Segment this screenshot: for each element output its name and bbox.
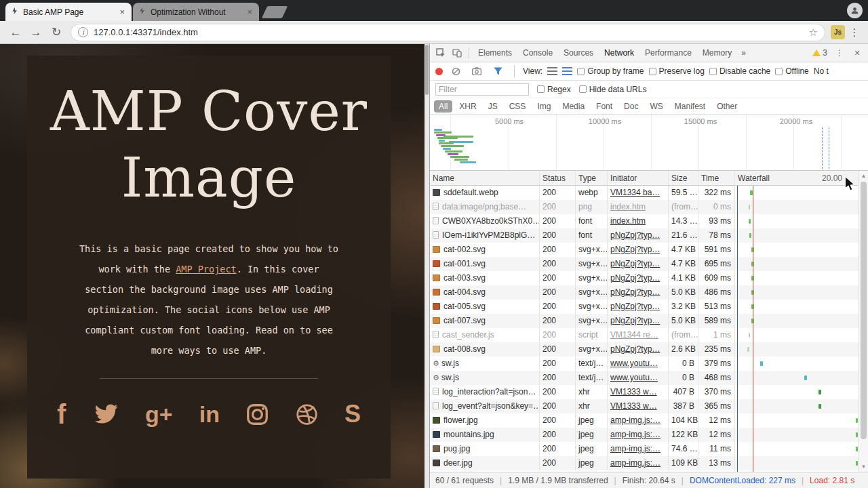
waterfall-view-icon[interactable]: [562, 67, 572, 75]
devtools-tab-elements[interactable]: Elements: [473, 44, 517, 62]
twitter-icon[interactable]: [93, 404, 119, 425]
initiator-link[interactable]: amp-img.js:…: [610, 458, 660, 468]
profile-avatar-button[interactable]: [847, 3, 863, 18]
browser-tab[interactable]: Basic AMP Page×: [5, 3, 132, 21]
group-by-frame-checkbox[interactable]: Group by frame: [577, 66, 644, 76]
device-toolbar-icon[interactable]: [449, 48, 465, 58]
devtools-tab-memory[interactable]: Memory: [697, 44, 737, 62]
devtools-tab-performance[interactable]: Performance: [639, 44, 697, 62]
type-filter-font[interactable]: Font: [591, 100, 617, 113]
initiator-link[interactable]: pNgZpj?typ…: [610, 245, 660, 254]
console-warning-badge[interactable]: 3: [810, 48, 830, 58]
initiator-link[interactable]: VM1334 ba…: [610, 188, 660, 197]
initiator-link[interactable]: index.htm: [610, 202, 646, 211]
initiator-link[interactable]: index.htm: [610, 216, 646, 226]
table-row[interactable]: data:image/png;base…200pngindex.htm(from…: [430, 200, 868, 214]
initiator-link[interactable]: amp-img.js:…: [610, 415, 660, 425]
type-filter-all[interactable]: All: [434, 100, 452, 113]
devtools-close-icon[interactable]: ×: [849, 47, 865, 58]
google-plus-icon[interactable]: g+: [145, 401, 173, 428]
initiator-link[interactable]: www.youtu…: [610, 359, 658, 368]
type-filter-xhr[interactable]: XHR: [454, 100, 481, 113]
table-row[interactable]: cat-001.svg200svg+x…pNgZpj?typ…4.7 KB695…: [430, 257, 868, 271]
type-filter-doc[interactable]: Doc: [619, 100, 643, 113]
devtools-tab-console[interactable]: Console: [517, 44, 558, 62]
page-scrollbar[interactable]: [425, 44, 429, 488]
inspect-element-icon[interactable]: [433, 48, 449, 58]
scroll-down-arrow[interactable]: ▼: [859, 464, 868, 470]
preserve-log-checkbox[interactable]: Preserve log: [649, 66, 705, 76]
tab-close-icon[interactable]: ×: [245, 7, 254, 17]
scrollbar-thumb[interactable]: [861, 182, 867, 439]
browser-tab[interactable]: Optimization Without×: [133, 3, 259, 21]
initiator-link[interactable]: www.youtu…: [610, 373, 658, 382]
table-row[interactable]: CWB0XYA8bzo0kSThX0…200fontindex.htm14.3 …: [430, 214, 868, 228]
table-row[interactable]: cat-002.svg200svg+x…pNgZpj?typ…4.7 KB591…: [430, 243, 868, 257]
column-header-time[interactable]: Time: [698, 171, 735, 185]
type-filter-js[interactable]: JS: [484, 100, 502, 113]
tab-close-icon[interactable]: ×: [118, 7, 126, 17]
initiator-link[interactable]: pNgZpj?typ…: [610, 273, 660, 283]
type-filter-css[interactable]: CSS: [505, 100, 531, 113]
table-row[interactable]: flower.jpg200jpegamp-img.js:…104 KB12 ms: [430, 413, 868, 428]
initiator-link[interactable]: VM1333 w…: [610, 387, 657, 396]
facebook-icon[interactable]: f: [57, 399, 66, 430]
hide-data-urls-checkbox[interactable]: Hide data URLs: [579, 85, 647, 94]
table-row[interactable]: cat-008.svg200svg+x…pNgZpj?typ…2.6 KB235…: [430, 342, 868, 357]
offline-checkbox[interactable]: Offline: [775, 66, 808, 76]
throttling-select[interactable]: No t: [814, 66, 829, 76]
column-header-name[interactable]: Name: [430, 171, 540, 185]
table-row[interactable]: sddefault.webp200webpVM1334 ba…59.5 …322…: [430, 186, 868, 200]
table-row[interactable]: cat-005.svg200svg+x…pNgZpj?typ…3.2 KB513…: [430, 300, 868, 314]
type-filter-ws[interactable]: WS: [645, 100, 667, 113]
dribbble-icon[interactable]: [296, 403, 318, 426]
table-row[interactable]: deer.jpg200jpegamp-img.js:…109 KB13 ms: [430, 456, 868, 470]
filter-icon[interactable]: [490, 67, 506, 75]
table-row[interactable]: cat-003.svg200svg+x…pNgZpj?typ…4.1 KB609…: [430, 271, 868, 285]
record-button[interactable]: [435, 68, 443, 75]
initiator-link[interactable]: pNgZpj?typ…: [610, 259, 660, 268]
disable-cache-checkbox[interactable]: Disable cache: [709, 66, 770, 76]
devtools-tab-sources[interactable]: Sources: [558, 44, 599, 62]
devtools-menu-icon[interactable]: ⋮: [831, 48, 848, 58]
table-row[interactable]: ⚙sw.js200text/j…www.youtu…0 B379 ms: [430, 357, 868, 371]
column-header-type[interactable]: Type: [576, 171, 608, 185]
initiator-link[interactable]: pNgZpj?typ…: [610, 316, 660, 325]
page-scrollbar-thumb[interactable]: [425, 45, 429, 95]
initiator-link[interactable]: amp-img.js:…: [610, 444, 660, 453]
type-filter-media[interactable]: Media: [557, 100, 589, 113]
table-row[interactable]: log_interaction?alt=json…200xhrVM1333 w……: [430, 385, 868, 399]
table-row[interactable]: ⚙sw.js200text/j…www.youtu…0 B468 ms: [430, 371, 868, 385]
list-view-icon[interactable]: [547, 67, 557, 75]
initiator-link[interactable]: pNgZpj?typ…: [610, 344, 660, 354]
skype-icon[interactable]: S: [344, 400, 361, 428]
table-row[interactable]: log_event?alt=json&key=…200xhrVM1333 w…3…: [430, 399, 868, 413]
instagram-icon[interactable]: [246, 403, 269, 426]
column-header-waterfall[interactable]: Waterfall20.00: [735, 171, 868, 185]
amp-project-link[interactable]: AMP Project: [176, 264, 236, 274]
table-row[interactable]: pug.jpg200jpegamp-img.js:…74.6 …11 ms: [430, 442, 868, 456]
initiator-link[interactable]: VM1344 re…: [610, 330, 658, 340]
clear-icon[interactable]: [448, 67, 464, 76]
new-tab-button[interactable]: [262, 6, 288, 18]
bookmark-star-icon[interactable]: ☆: [809, 26, 818, 39]
column-header-initiator[interactable]: Initiator: [608, 171, 669, 185]
table-row[interactable]: cat-007.svg200svg+x…pNgZpj?typ…5.0 KB589…: [430, 314, 868, 328]
back-button[interactable]: ←: [7, 26, 24, 39]
network-overview[interactable]: 5000 ms10000 ms15000 ms20000 ms: [430, 115, 868, 171]
devtools-scrollbar[interactable]: ▲ ▼: [859, 171, 868, 472]
network-filter-input[interactable]: [435, 83, 529, 96]
table-row[interactable]: cat-004.svg200svg+x…pNgZpj?typ…5.0 KB486…: [430, 285, 868, 300]
type-filter-img[interactable]: Img: [532, 100, 555, 113]
reload-button[interactable]: ↻: [47, 25, 65, 39]
type-filter-other[interactable]: Other: [712, 100, 742, 113]
devtools-tab-network[interactable]: Network: [599, 44, 639, 62]
column-header-size[interactable]: Size: [669, 171, 698, 185]
column-header-status[interactable]: Status: [540, 171, 576, 185]
extension-icon[interactable]: Js: [831, 25, 845, 39]
more-tabs-chevron[interactable]: »: [737, 48, 750, 58]
initiator-link[interactable]: pNgZpj?typ…: [610, 230, 660, 240]
browser-menu-icon[interactable]: ⋮: [848, 26, 861, 39]
linkedin-icon[interactable]: in: [199, 401, 220, 428]
initiator-link[interactable]: amp-img.js:…: [610, 430, 660, 439]
